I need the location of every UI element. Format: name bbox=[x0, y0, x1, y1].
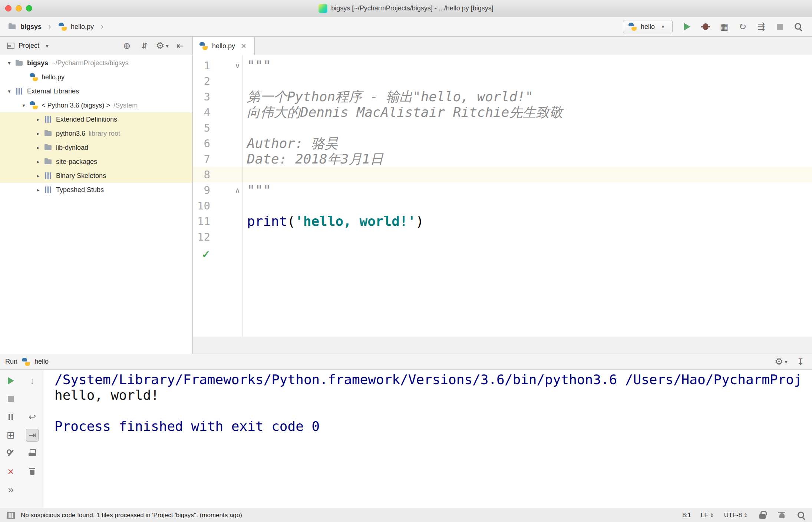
breadcrumb-project[interactable]: bigsys bbox=[20, 23, 42, 31]
tree-row[interactable]: ▸lib-dynload bbox=[0, 141, 192, 155]
console-output[interactable]: /System/Library/Frameworks/Python.framew… bbox=[43, 370, 812, 508]
debug-button[interactable] bbox=[699, 20, 712, 33]
clear-all-button[interactable] bbox=[26, 465, 39, 478]
gutter-cell[interactable]: 9∧ bbox=[193, 182, 242, 198]
editor-line[interactable]: 5 bbox=[193, 120, 812, 136]
editor-line[interactable]: 7Date: 2018年3月1日 bbox=[193, 151, 812, 167]
tree-row[interactable]: ▾External Libraries bbox=[0, 84, 192, 98]
chevron-down-icon[interactable] bbox=[42, 41, 52, 51]
run-button[interactable] bbox=[681, 20, 693, 33]
project-panel-title[interactable]: Project bbox=[19, 42, 39, 50]
code-segment: """ bbox=[247, 58, 271, 73]
tree-row[interactable]: ▸site-packages bbox=[0, 155, 192, 169]
pause-output-button[interactable] bbox=[4, 411, 17, 423]
stop-button[interactable] bbox=[773, 20, 786, 33]
close-button[interactable] bbox=[4, 465, 17, 478]
editor-line[interactable]: 8 bbox=[193, 167, 812, 182]
tab-hello-py[interactable]: hello.py bbox=[193, 37, 255, 55]
disclosure-icon[interactable]: ▾ bbox=[4, 60, 14, 66]
tree-row[interactable]: hello.py bbox=[0, 70, 192, 84]
fold-marker-icon[interactable]: ∧ bbox=[235, 182, 240, 198]
gutter-cell[interactable]: 10 bbox=[193, 198, 242, 214]
gutter-cell[interactable]: 11 bbox=[193, 214, 242, 229]
console-settings-button[interactable] bbox=[775, 356, 788, 368]
gutter-cell[interactable]: 6 bbox=[193, 136, 242, 151]
window-title-area: bigsys [~/PycharmProjects/bigsys] - .../… bbox=[0, 4, 812, 13]
gutter-cell[interactable]: 8 bbox=[193, 167, 242, 182]
gutter-cell[interactable]: 5 bbox=[193, 120, 242, 136]
tree-row[interactable]: ▸python3.6library root bbox=[0, 126, 192, 141]
zoom-window-button[interactable] bbox=[26, 5, 32, 11]
disclosure-icon[interactable]: ▸ bbox=[33, 130, 43, 136]
gutter-cell[interactable]: 1∨ bbox=[193, 58, 242, 73]
editor[interactable]: 1∨"""23第一个Python程序 - 输出"hello, world!"4向… bbox=[193, 55, 812, 337]
tree-row[interactable]: ▸Binary Skeletons bbox=[0, 169, 192, 183]
editor-line[interactable]: 9∧""" bbox=[193, 182, 812, 198]
disclosure-icon[interactable]: ▸ bbox=[33, 159, 43, 165]
breadcrumb-file[interactable]: hello.py bbox=[71, 23, 94, 31]
caret-position-widget[interactable]: 8:1 bbox=[682, 512, 691, 519]
readonly-toggle-button[interactable] bbox=[758, 511, 768, 520]
scroll-to-end-button[interactable] bbox=[26, 429, 39, 442]
editor-line[interactable]: 6Author: 骆昊 bbox=[193, 136, 812, 151]
line-separator-widget[interactable]: LF bbox=[701, 511, 714, 520]
disclosure-icon[interactable]: ▸ bbox=[33, 145, 43, 151]
encoding-widget[interactable]: UTF-8 bbox=[724, 511, 748, 520]
gutter-cell[interactable]: 7 bbox=[193, 151, 242, 167]
editor-line[interactable]: 4向伟大的Dennis MacAlistair Ritchie先生致敬 bbox=[193, 105, 812, 120]
run-toolbar-console bbox=[22, 370, 43, 508]
down-the-stack-button[interactable] bbox=[26, 374, 39, 387]
toolwindow-bars-button[interactable] bbox=[6, 511, 16, 520]
tree-row[interactable]: ▾bigsys~/PycharmProjects/bigsys bbox=[0, 56, 192, 70]
editor-line[interactable]: 1∨""" bbox=[193, 58, 812, 73]
fold-marker-icon[interactable]: ∨ bbox=[235, 58, 240, 73]
inspection-ok-icon[interactable] bbox=[201, 250, 211, 260]
disclosure-icon[interactable]: ▸ bbox=[33, 116, 43, 122]
disclosure-icon[interactable]: ▸ bbox=[33, 173, 43, 179]
edit-configurations-button[interactable] bbox=[4, 447, 17, 460]
close-tab-icon[interactable] bbox=[239, 41, 248, 51]
disclosure-icon[interactable]: ▾ bbox=[19, 102, 29, 108]
run-with-coverage-button[interactable] bbox=[718, 20, 730, 33]
collapse-all-button[interactable] bbox=[138, 40, 151, 52]
folder-icon bbox=[43, 157, 53, 166]
gutter-cell[interactable]: 2 bbox=[193, 73, 242, 89]
editor-line[interactable]: 10 bbox=[193, 198, 812, 214]
editor-line[interactable]: 3第一个Python程序 - 输出"hello, world!" bbox=[193, 89, 812, 105]
gutter-cell[interactable]: 4 bbox=[193, 105, 242, 120]
project-settings-button[interactable] bbox=[156, 40, 169, 52]
disclosure-icon[interactable]: ▸ bbox=[33, 187, 43, 193]
folder-icon bbox=[7, 22, 17, 32]
editor-line[interactable]: 12 bbox=[193, 229, 812, 245]
run-config-selector[interactable]: hello bbox=[623, 20, 673, 33]
editor-line[interactable]: 2 bbox=[193, 73, 812, 89]
more-options-button[interactable] bbox=[4, 483, 17, 496]
stop-button[interactable] bbox=[4, 393, 17, 405]
soft-wrap-button[interactable] bbox=[26, 411, 39, 423]
close-window-button[interactable] bbox=[5, 5, 11, 11]
gutter-cell[interactable]: 3 bbox=[193, 89, 242, 105]
editor-line[interactable]: 11print('hello, world!') bbox=[193, 214, 812, 229]
hector-icon bbox=[777, 511, 787, 520]
run-panel-title[interactable]: Run bbox=[5, 358, 17, 366]
hide-panel-button[interactable] bbox=[174, 40, 187, 52]
status-search-button[interactable] bbox=[796, 511, 806, 520]
hector-inspections-button[interactable] bbox=[777, 511, 787, 520]
profiler-button[interactable] bbox=[736, 20, 749, 33]
gutter-cell[interactable]: 12 bbox=[193, 229, 242, 245]
code-text: """ bbox=[242, 58, 812, 73]
concurrency-diagram-button[interactable] bbox=[755, 20, 768, 33]
rerun-button[interactable] bbox=[4, 374, 17, 387]
restore-layout-button[interactable] bbox=[4, 429, 17, 442]
tree-row[interactable]: ▸Typeshed Stubs bbox=[0, 183, 192, 197]
folder-icon bbox=[14, 58, 24, 68]
locate-file-button[interactable] bbox=[121, 40, 133, 52]
search-everywhere-button[interactable] bbox=[792, 20, 805, 33]
tree-row[interactable]: ▾< Python 3.6 (bigsys) >/System bbox=[0, 98, 192, 112]
search-icon bbox=[793, 22, 803, 32]
minimize-window-button[interactable] bbox=[16, 5, 22, 11]
tree-row[interactable]: ▸Extended Definitions bbox=[0, 112, 192, 126]
dock-panel-button[interactable] bbox=[794, 356, 807, 368]
print-button[interactable] bbox=[26, 447, 39, 460]
disclosure-icon[interactable]: ▾ bbox=[4, 88, 14, 94]
